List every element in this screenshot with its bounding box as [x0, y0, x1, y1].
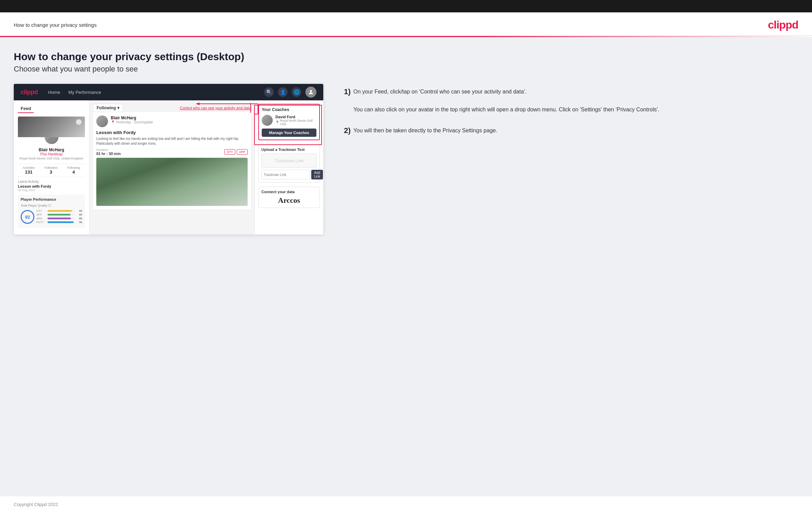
stat-followers: Followers 3 [44, 166, 58, 175]
tag-ott: OTT [224, 149, 235, 155]
chevron-down-icon: ▾ [117, 106, 119, 110]
site-footer: Copyright Clippd 2022 [0, 496, 812, 507]
tag-app: APP [237, 149, 248, 155]
feed-tab[interactable]: Feed [18, 104, 34, 113]
latest-activity-section: Latest Activity Lesson with Fordy 03 Aug… [18, 180, 85, 192]
coach-name: David Ford [275, 115, 316, 119]
avatar-button[interactable] [305, 87, 316, 98]
coaches-section: Your Coaches David Ford 📍 Royal North De… [258, 104, 320, 140]
activity-user-name: Blair McHarg [111, 115, 153, 120]
bar-app: APP 85 [36, 213, 82, 216]
profile-club: Royal North Devon Golf Club, United King… [18, 157, 85, 160]
copyright: Copyright Clippd 2022 [14, 502, 798, 507]
app-main-feed: Following ▾ Control who can see your act… [89, 100, 255, 234]
player-performance: Player Performance Total Player Quality … [18, 195, 85, 228]
bar-ott: OTT 90 [36, 209, 82, 212]
coach-row: David Ford 📍 Royal North Devon Golf Club [262, 115, 316, 126]
page-subtitle: Choose what you want people to see [14, 65, 798, 74]
app-nav-links: Home My Performance [48, 90, 101, 95]
main-content: How to change your privacy settings (Des… [0, 37, 812, 496]
app-nav-icons: 🔍 👤 🌐 [264, 87, 316, 98]
content-layout: clippd Home My Performance 🔍 👤 🌐 [14, 84, 798, 234]
app-logo: clippd [21, 89, 38, 96]
activity-user-avatar [96, 115, 108, 127]
nav-link-home[interactable]: Home [48, 90, 60, 95]
app-screenshot-outer: clippd Home My Performance 🔍 👤 🌐 [14, 84, 323, 234]
top-bar [0, 0, 812, 12]
site-header: How to change your privacy settings clip… [0, 12, 812, 36]
clippd-logo: clippd [768, 19, 798, 31]
latest-activity-date: 03 Aug 2022 [18, 188, 85, 192]
instruction-2-number: 2) [344, 126, 351, 135]
total-quality-label: Total Player Quality ⓘ [21, 203, 82, 208]
connect-title: Connect your data [261, 190, 317, 194]
instruction-2: 2) You will then be taken directly to th… [344, 126, 798, 135]
app-nav: clippd Home My Performance 🔍 👤 🌐 [14, 84, 323, 100]
trackman-input-row: Add Link [261, 170, 317, 179]
stat-activities: Activities 131 [23, 166, 35, 175]
quality-bars: OTT 90 APP 85 [36, 209, 82, 224]
following-control-row: Following ▾ Control who can see your act… [93, 104, 251, 112]
app-body: Feed Blair McHarg Plus Handicap Royal No… [14, 100, 323, 234]
profile-tag: Plus Handicap [18, 152, 85, 156]
trackman-placeholder: Trackman Link [261, 154, 317, 168]
svg-point-0 [310, 90, 312, 92]
trackman-title: Upload a Trackman Test [261, 147, 317, 152]
activity-location: 📍 Yesterday · Sunningdale [111, 120, 153, 124]
app-screenshot: clippd Home My Performance 🔍 👤 🌐 [14, 84, 323, 234]
stat-following: Following 4 [67, 166, 80, 175]
location-icon: 📍 [111, 120, 115, 124]
arccos-text: Arccos [261, 196, 317, 205]
profile-name: Blair McHarg [18, 147, 85, 152]
coach-avatar [262, 115, 273, 126]
red-annotation-border [250, 103, 251, 113]
activity-card: Blair McHarg 📍 Yesterday · Sunningdale L… [93, 112, 251, 209]
bar-putt: PUTT 96 [36, 221, 82, 224]
latest-activity-name: Lesson with Fordy [18, 184, 85, 188]
latest-activity-label: Latest Activity [18, 180, 85, 184]
activity-tags: OTT APP [224, 149, 248, 155]
following-label: Following [97, 106, 116, 110]
page-heading: How to change your privacy settings (Des… [14, 51, 798, 74]
instruction-1-number: 1) [344, 87, 351, 96]
instruction-2-text: You will then be taken directly to the P… [354, 126, 497, 135]
nav-link-performance[interactable]: My Performance [68, 90, 101, 95]
control-privacy-link[interactable]: Control who can see your activity and da… [180, 106, 251, 110]
app-sidebar: Feed Blair McHarg Plus Handicap Royal No… [14, 100, 89, 234]
quality-score: 92 [21, 210, 34, 224]
manage-coaches-button[interactable]: Manage Your Coaches [262, 129, 316, 137]
activity-description: Looking to feel like my hands are exitin… [96, 136, 248, 146]
instructions-panel: 1) On your Feed, click/tap on 'Control w… [337, 84, 798, 147]
activity-image [96, 158, 248, 206]
profile-stats: Activities 131 Followers 3 Following 4 [18, 164, 85, 177]
duration-info: Duration 01 hr : 30 min [96, 148, 121, 156]
breadcrumb: How to change your privacy settings [14, 22, 97, 28]
globe-icon[interactable]: 🌐 [292, 87, 301, 97]
quality-row: 92 OTT 90 APP [21, 209, 82, 224]
trackman-section: Upload a Trackman Test Trackman Link Add… [258, 144, 320, 183]
following-button[interactable]: Following ▾ [93, 104, 123, 112]
instruction-1-text: On your Feed, click/tap on 'Control who … [354, 87, 659, 114]
bar-arg: ARG 86 [36, 217, 82, 220]
coach-info: David Ford 📍 Royal North Devon Golf Club [275, 115, 316, 126]
player-perf-title: Player Performance [21, 197, 82, 201]
location-pin-icon: 📍 [275, 121, 279, 124]
coaches-title: Your Coaches [262, 107, 316, 112]
search-icon[interactable]: 🔍 [264, 87, 274, 97]
coach-club: 📍 Royal North Devon Golf Club [275, 119, 316, 126]
trackman-input[interactable] [261, 170, 310, 179]
profile-cover [18, 117, 85, 137]
page-title: How to change your privacy settings (Des… [14, 51, 798, 63]
activity-title: Lesson with Fordy [96, 130, 248, 135]
activity-header: Blair McHarg 📍 Yesterday · Sunningdale [96, 115, 248, 127]
duration-row: Duration 01 hr : 30 min OTT APP [96, 148, 248, 156]
instruction-1: 1) On your Feed, click/tap on 'Control w… [344, 87, 798, 114]
activity-user-info: Blair McHarg 📍 Yesterday · Sunningdale [111, 115, 153, 127]
connect-section: Connect your data Arccos [258, 187, 320, 208]
add-link-button[interactable]: Add Link [311, 170, 323, 179]
person-icon[interactable]: 👤 [278, 87, 288, 97]
app-right-sidebar: Your Coaches David Ford 📍 Royal North De… [255, 100, 323, 234]
